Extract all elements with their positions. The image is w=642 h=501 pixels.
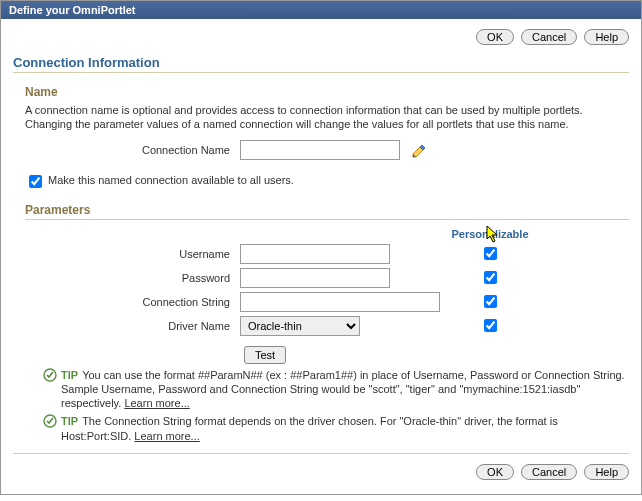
top-button-row: OK Cancel Help: [13, 25, 629, 49]
name-heading: Name: [25, 79, 629, 101]
help-button[interactable]: Help: [584, 29, 629, 45]
ok-button[interactable]: OK: [476, 29, 514, 45]
password-label: Password: [25, 272, 240, 284]
learn-more-link[interactable]: Learn more...: [134, 430, 199, 442]
window-title: Define your OmniPortlet: [1, 1, 641, 19]
divider: [25, 219, 629, 220]
username-personalizable-checkbox[interactable]: [484, 247, 497, 260]
password-input[interactable]: [240, 268, 390, 288]
divider: [13, 72, 629, 73]
driver-name-label: Driver Name: [25, 320, 240, 332]
username-input[interactable]: [240, 244, 390, 264]
parameters-heading: Parameters: [25, 197, 629, 219]
driver-name-personalizable-checkbox[interactable]: [484, 319, 497, 332]
tip-label: TIP: [61, 415, 82, 427]
bottom-button-row: OK Cancel Help: [13, 460, 629, 484]
ok-button[interactable]: OK: [476, 464, 514, 480]
tip-icon: [43, 414, 61, 443]
personalizable-header: Personalizable: [440, 228, 540, 240]
username-label: Username: [25, 248, 240, 260]
section-title: Connection Information: [13, 49, 629, 72]
share-connection-checkbox-label[interactable]: Make this named connection available to …: [25, 174, 294, 186]
test-button[interactable]: Test: [244, 346, 286, 364]
edit-icon[interactable]: [411, 143, 427, 159]
share-connection-checkbox[interactable]: [29, 175, 42, 188]
connection-name-input[interactable]: [240, 140, 400, 160]
divider: [13, 453, 629, 454]
learn-more-link[interactable]: Learn more...: [124, 397, 189, 409]
help-button[interactable]: Help: [584, 464, 629, 480]
connection-string-personalizable-checkbox[interactable]: [484, 295, 497, 308]
cancel-button[interactable]: Cancel: [521, 464, 577, 480]
tip-label: TIP: [61, 369, 82, 381]
password-personalizable-checkbox[interactable]: [484, 271, 497, 284]
name-description: A connection name is optional and provid…: [25, 101, 629, 138]
tip-icon: [43, 368, 61, 411]
connection-string-label: Connection String: [25, 296, 240, 308]
connection-name-label: Connection Name: [25, 144, 240, 156]
connection-string-input[interactable]: [240, 292, 440, 312]
driver-name-select[interactable]: Oracle-thin: [240, 316, 360, 336]
cancel-button[interactable]: Cancel: [521, 29, 577, 45]
share-connection-text: Make this named connection available to …: [48, 174, 294, 186]
